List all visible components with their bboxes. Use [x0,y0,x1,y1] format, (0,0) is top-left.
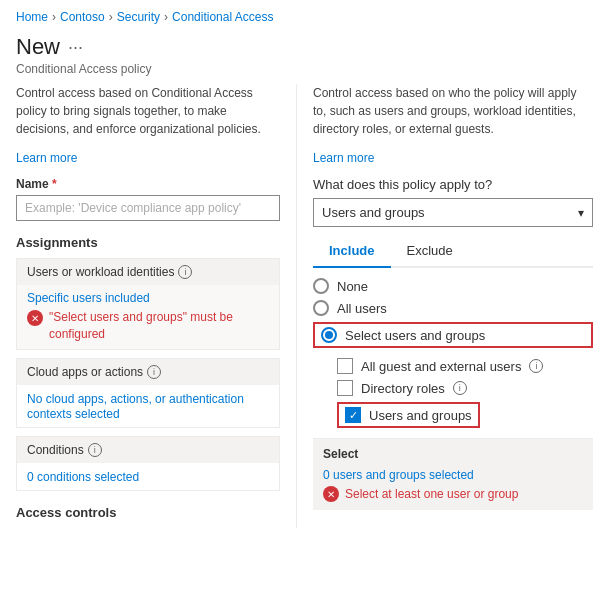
policy-dropdown-value: Users and groups [322,205,425,220]
breadcrumb-security[interactable]: Security [117,10,160,24]
assignments-title: Assignments [16,235,280,250]
policy-dropdown[interactable]: Users and groups ▾ [313,198,593,227]
checkbox-users-groups-label: Users and groups [369,408,472,423]
breadcrumb-contoso[interactable]: Contoso [60,10,105,24]
page-header: New ··· Conditional Access policy [0,30,609,84]
include-exclude-tabs: Include Exclude [313,237,593,268]
cloud-apps-header: Cloud apps or actions i [17,359,279,385]
conditions-count: 0 conditions selected [27,470,139,484]
policy-radio-group: None All users Select users and groups [313,278,593,348]
select-error-text: Select at least one user or group [345,487,518,501]
cloud-apps-section: Cloud apps or actions i No cloud apps, a… [16,358,280,428]
radio-none[interactable]: None [313,278,593,294]
breadcrumb-conditional-access[interactable]: Conditional Access [172,10,273,24]
page-title: New [16,34,60,60]
radio-select-users[interactable]: Select users and groups [313,322,593,348]
guest-users-info-icon[interactable]: i [529,359,543,373]
left-learn-more[interactable]: Learn more [16,151,77,165]
select-error-row: ✕ Select at least one user or group [323,486,583,502]
cloud-info-icon[interactable]: i [147,365,161,379]
conditions-section: Conditions i 0 conditions selected [16,436,280,491]
radio-select-users-circle [321,327,337,343]
checkbox-directory-roles-box [337,380,353,396]
users-groups-selected-link[interactable]: 0 users and groups selected [323,468,474,482]
radio-all-users[interactable]: All users [313,300,593,316]
page-options-button[interactable]: ··· [68,37,83,58]
policy-apply-label: What does this policy apply to? [313,177,593,192]
select-error-icon: ✕ [323,486,339,502]
users-error-row: ✕ "Select users and groups" must be conf… [27,309,269,343]
checkbox-section: All guest and external users i Directory… [337,358,593,428]
checkbox-guest-users-box [337,358,353,374]
breadcrumb-home[interactable]: Home [16,10,48,24]
radio-none-circle [313,278,329,294]
conditions-header: Conditions i [17,437,279,463]
name-label: Name * [16,177,280,191]
breadcrumb: Home › Contoso › Security › Conditional … [0,0,609,30]
left-panel: Control access based on Conditional Acce… [16,84,296,528]
specific-users-link[interactable]: Specific users included [27,291,269,305]
users-error-text: "Select users and groups" must be config… [49,309,269,343]
right-learn-more[interactable]: Learn more [313,151,374,165]
checkbox-users-groups[interactable]: ✓ Users and groups [337,402,593,428]
radio-all-users-label: All users [337,301,387,316]
right-description: Control access based on who the policy w… [313,84,593,138]
name-input[interactable] [16,195,280,221]
users-workload-header: Users or workload identities i [17,259,279,285]
checkbox-guest-users[interactable]: All guest and external users i [337,358,593,374]
left-description: Control access based on Conditional Acce… [16,84,280,138]
users-error-icon: ✕ [27,310,43,326]
users-workload-section: Users or workload identities i Specific … [16,258,280,350]
tab-exclude[interactable]: Exclude [391,237,469,266]
users-info-icon[interactable]: i [178,265,192,279]
radio-none-label: None [337,279,368,294]
checkbox-users-groups-box: ✓ [345,407,361,423]
checkbox-directory-roles[interactable]: Directory roles i [337,380,593,396]
page-subtitle: Conditional Access policy [16,62,593,76]
conditions-info-icon[interactable]: i [88,443,102,457]
select-section: Select 0 users and groups selected ✕ Sel… [313,438,593,510]
checkbox-directory-roles-label: Directory roles [361,381,445,396]
access-controls-title: Access controls [16,505,280,520]
right-panel: Control access based on who the policy w… [296,84,593,528]
chevron-down-icon: ▾ [578,206,584,220]
radio-all-users-circle [313,300,329,316]
cloud-no-selection: No cloud apps, actions, or authenticatio… [27,392,244,421]
select-title: Select [323,447,583,461]
radio-select-users-label: Select users and groups [345,328,485,343]
directory-roles-info-icon[interactable]: i [453,381,467,395]
checkbox-guest-users-label: All guest and external users [361,359,521,374]
tab-include[interactable]: Include [313,237,391,266]
